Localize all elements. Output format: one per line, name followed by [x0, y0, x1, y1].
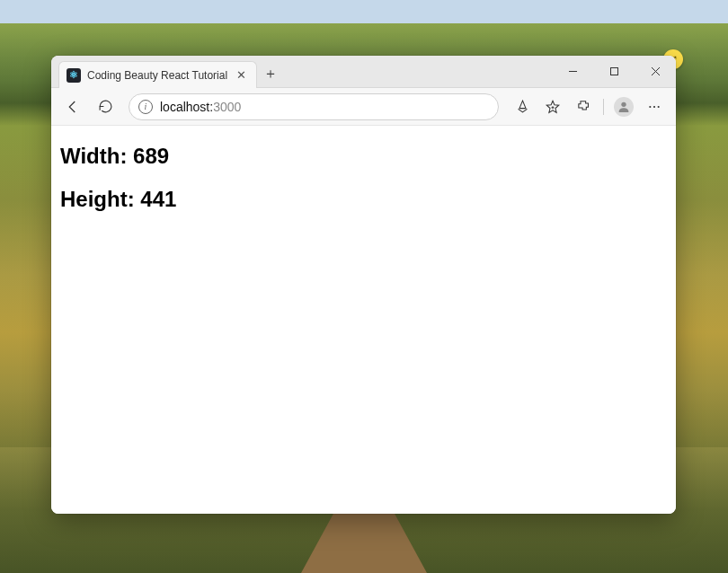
browser-tab[interactable]: ⚛ Coding Beauty React Tutorial ✕ — [58, 61, 257, 88]
height-value: 441 — [140, 187, 176, 211]
height-heading: Height: 441 — [60, 187, 667, 212]
window-controls — [552, 56, 676, 87]
back-button[interactable] — [58, 93, 87, 121]
tab-title: Coding Beauty React Tutorial — [87, 69, 227, 82]
toolbar-right-icons — [508, 93, 669, 121]
react-favicon-icon: ⚛ — [67, 68, 81, 83]
minimize-button[interactable] — [552, 56, 593, 87]
svg-point-8 — [649, 105, 651, 107]
favorites-button[interactable] — [538, 93, 567, 121]
width-value: 689 — [133, 144, 169, 168]
svg-point-9 — [653, 105, 655, 107]
refresh-button[interactable] — [91, 93, 120, 121]
avatar — [614, 97, 634, 117]
site-info-icon[interactable]: i — [138, 100, 153, 114]
toolbar-divider — [603, 99, 604, 115]
read-aloud-button[interactable] — [508, 93, 537, 121]
width-heading: Width: 689 — [60, 144, 667, 169]
height-label: Height: — [60, 187, 140, 211]
titlebar: ⚛ Coding Beauty React Tutorial ✕ ＋ — [51, 56, 676, 88]
close-window-button[interactable] — [635, 56, 676, 87]
extensions-button[interactable] — [569, 93, 598, 121]
new-tab-button[interactable]: ＋ — [257, 61, 284, 87]
svg-point-7 — [621, 101, 626, 106]
browser-window: ⚛ Coding Beauty React Tutorial ✕ ＋ — [51, 56, 676, 514]
svg-point-10 — [658, 105, 660, 107]
url-text: localhost:3000 — [160, 100, 241, 114]
url-host: localhost: — [160, 100, 213, 114]
profile-button[interactable] — [609, 93, 638, 121]
url-port: 3000 — [213, 100, 241, 114]
svg-rect-1 — [610, 68, 617, 75]
browser-toolbar: i localhost:3000 — [51, 88, 676, 126]
width-label: Width: — [60, 144, 133, 168]
maximize-button[interactable] — [593, 56, 635, 87]
address-bar[interactable]: i localhost:3000 — [129, 93, 499, 120]
tab-close-button[interactable]: ✕ — [234, 68, 249, 82]
more-button[interactable] — [640, 93, 669, 121]
page-content: Width: 689 Height: 441 — [51, 126, 676, 514]
